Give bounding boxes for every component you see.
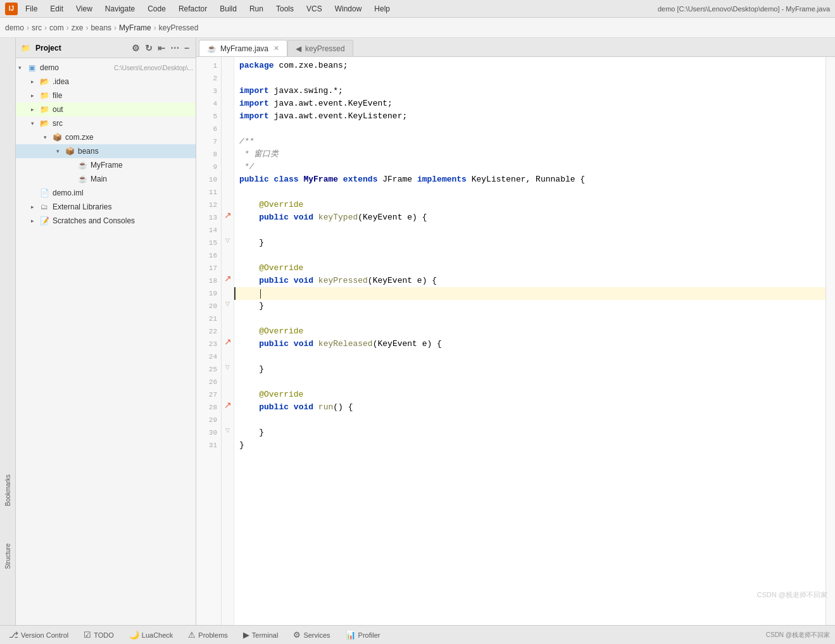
tree-item-demo[interactable]: ▾ ▣ demo C:\Users\Lenovo\Desktop\... bbox=[16, 61, 196, 75]
breadcrumb-beans[interactable]: beans bbox=[91, 23, 111, 32]
project-title: Project bbox=[35, 44, 61, 53]
breadcrumb-myframe[interactable]: MyFrame bbox=[119, 23, 151, 32]
breadcrumb: demo › src › com › zxe › beans › MyFrame… bbox=[0, 18, 835, 38]
menu-code[interactable]: Code bbox=[145, 3, 168, 15]
minimize-icon[interactable]: − bbox=[183, 42, 191, 54]
structure-panel-tab[interactable]: Structure bbox=[2, 538, 14, 574]
breadcrumb-keypressed[interactable]: keyPressed bbox=[159, 23, 199, 32]
gutter-21 bbox=[222, 310, 234, 323]
right-gutter[interactable] bbox=[826, 57, 835, 625]
line-num-5: 5 bbox=[196, 110, 221, 123]
gutter-14 bbox=[222, 221, 234, 234]
breadcrumb-sep-3: › bbox=[66, 23, 69, 32]
menu-vcs[interactable]: VCS bbox=[304, 3, 325, 15]
status-tab-terminal[interactable]: ▶ Terminal bbox=[239, 629, 282, 641]
line-num-4: 4 bbox=[196, 97, 221, 110]
gear-icon[interactable]: ⚙ bbox=[130, 42, 141, 54]
editor-tab-myframe[interactable]: ☕ MyFrame.java ✕ bbox=[199, 40, 287, 56]
editor-tabs: ☕ MyFrame.java ✕ ◀ keyPressed bbox=[196, 38, 835, 57]
tree-item-beans[interactable]: ▾ 📦 beans bbox=[16, 144, 196, 158]
line-num-10: 10 bbox=[196, 173, 221, 186]
luacheck-label: LuaCheck bbox=[142, 631, 173, 639]
line-numbers: 1 2 3 4 5 6 7 8 9 10 11 12 13 14 15 16 1… bbox=[196, 57, 222, 625]
app-logo: IJ bbox=[5, 3, 18, 15]
line-num-28: 28 bbox=[196, 401, 221, 414]
tree-arrow-beans: ▾ bbox=[56, 148, 64, 154]
profiler-icon: 📊 bbox=[346, 630, 356, 640]
ext-libs-icon: 🗂 bbox=[39, 202, 50, 212]
line-num-8: 8 bbox=[196, 148, 221, 161]
breadcrumb-zxe[interactable]: zxe bbox=[72, 23, 84, 32]
menu-window[interactable]: Window bbox=[332, 3, 365, 15]
line-num-9: 9 bbox=[196, 161, 221, 173]
menu-refactor[interactable]: Refactor bbox=[176, 3, 210, 15]
tree-item-file[interactable]: ▸ 📁 file bbox=[16, 89, 196, 102]
tree-label-main: Main bbox=[91, 175, 193, 183]
gutter-5 bbox=[222, 108, 234, 120]
tree-item-idea[interactable]: ▸ 📂 .idea bbox=[16, 75, 196, 89]
editor-tab-keypressed[interactable]: ◀ keyPressed bbox=[287, 40, 353, 56]
tree-item-com-zxe[interactable]: ▾ 📦 com.zxe bbox=[16, 130, 196, 144]
tree-label-myframe: MyFrame bbox=[91, 161, 193, 170]
status-tab-luacheck[interactable]: 🌙 LuaCheck bbox=[125, 629, 177, 641]
status-tab-todo[interactable]: ☑ TODO bbox=[80, 629, 118, 641]
status-tab-services[interactable]: ⚙ Services bbox=[289, 629, 334, 641]
line-num-11: 11 bbox=[196, 186, 221, 199]
luacheck-icon: 🌙 bbox=[129, 630, 139, 640]
folder-icon: 📂 bbox=[39, 77, 50, 87]
fold-marker-20[interactable]: ▽ bbox=[225, 300, 230, 307]
tree-item-src[interactable]: ▾ 📂 src bbox=[16, 116, 196, 130]
breadcrumb-sep-6: › bbox=[154, 23, 156, 32]
menu-build[interactable]: Build bbox=[217, 3, 239, 15]
breadcrumb-src[interactable]: src bbox=[32, 23, 42, 32]
sync-icon[interactable]: ↻ bbox=[144, 42, 154, 54]
bookmarks-panel-tab[interactable]: Bookmarks bbox=[2, 469, 14, 511]
breadcrumb-com[interactable]: com bbox=[49, 23, 64, 32]
tree-item-scratches[interactable]: ▸ 📝 Scratches and Consoles bbox=[16, 214, 196, 228]
code-editor[interactable]: 1 2 3 4 5 6 7 8 9 10 11 12 13 14 15 16 1… bbox=[196, 57, 835, 625]
fold-marker-30[interactable]: ▽ bbox=[225, 427, 230, 433]
status-tab-version-control[interactable]: ⎇ Version Control bbox=[5, 629, 72, 641]
more-icon[interactable]: ⋯ bbox=[169, 42, 180, 54]
status-tab-profiler[interactable]: 📊 Profiler bbox=[342, 629, 384, 641]
scratches-icon: 📝 bbox=[39, 216, 50, 226]
code-line-27: @Override bbox=[234, 388, 826, 401]
tree-item-myframe[interactable]: ☕ MyFrame bbox=[16, 158, 196, 172]
code-line-29 bbox=[234, 414, 826, 426]
menu-file[interactable]: File bbox=[23, 3, 40, 15]
tree-item-main[interactable]: ☕ Main bbox=[16, 172, 196, 186]
collapse-icon[interactable]: ⇤ bbox=[156, 42, 166, 54]
menu-help[interactable]: Help bbox=[372, 3, 392, 15]
tree-item-out[interactable]: ▸ 📁 out bbox=[16, 102, 196, 116]
tree-item-demo-iml[interactable]: 📄 demo.iml bbox=[16, 186, 196, 200]
folder-icon-out: 📁 bbox=[39, 104, 50, 115]
gutter-7 bbox=[222, 133, 234, 146]
menu-run[interactable]: Run bbox=[247, 3, 266, 15]
gutter-20: ▽ bbox=[222, 297, 234, 310]
line-num-13: 13 bbox=[196, 211, 221, 224]
menu-navigate[interactable]: Navigate bbox=[103, 3, 137, 15]
breadcrumb-demo[interactable]: demo bbox=[5, 23, 24, 32]
tree-label-demo: demo bbox=[40, 63, 111, 72]
menu-view[interactable]: View bbox=[73, 3, 95, 15]
fold-marker-25[interactable]: ▽ bbox=[225, 364, 230, 370]
tree-arrow-com-zxe: ▾ bbox=[44, 134, 51, 140]
code-line-11 bbox=[234, 186, 826, 199]
code-line-6 bbox=[234, 123, 826, 135]
tree-label-file: file bbox=[53, 91, 193, 100]
line-num-25: 25 bbox=[196, 363, 221, 376]
menu-tools[interactable]: Tools bbox=[273, 3, 296, 15]
tree-arrow-scratches: ▸ bbox=[31, 218, 39, 224]
todo-label: TODO bbox=[94, 631, 114, 639]
tree-item-ext-libs[interactable]: ▸ 🗂 External Libraries bbox=[16, 200, 196, 214]
tree-label-ext-libs: External Libraries bbox=[53, 202, 193, 211]
code-content[interactable]: package com.zxe.beans; import javax.swin… bbox=[234, 57, 826, 625]
menu-edit[interactable]: Edit bbox=[47, 3, 66, 15]
todo-icon: ☑ bbox=[84, 630, 91, 640]
code-line-8: * 窗口类 bbox=[234, 148, 826, 161]
line-num-24: 24 bbox=[196, 350, 221, 363]
fold-marker-15[interactable]: ▽ bbox=[225, 237, 230, 244]
status-tab-problems[interactable]: ⚠ Problems bbox=[184, 629, 231, 641]
tab-close-myframe[interactable]: ✕ bbox=[273, 44, 279, 53]
menu-bar[interactable]: File Edit View Navigate Code Refactor Bu… bbox=[23, 3, 658, 15]
